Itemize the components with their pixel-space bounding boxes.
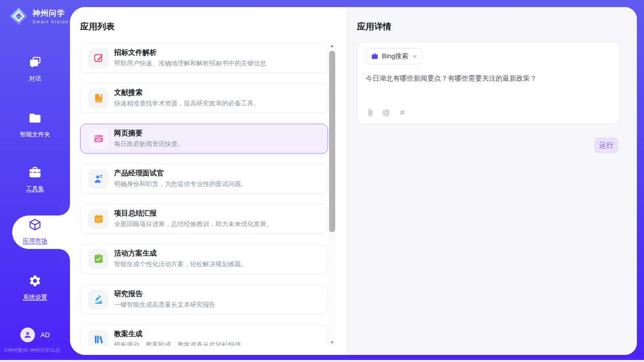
app-card-description: 帮助用户快速、准确地理解和解析招标书中的关键信息 [114, 59, 266, 68]
app-card[interactable]: 教案生成 模板驱动，教案秒成，教学准备从此轻松快捷 [80, 324, 328, 346]
pen-square-icon [88, 48, 109, 68]
sidebar-item-label: 智能文件夹 [20, 130, 50, 139]
app-card-description: 智能生成个性化活动方案，轻松解决规划难题。 [114, 260, 247, 269]
app-card[interactable]: 研究报告 一键智能生成高质量长文本研究报告 [80, 284, 328, 314]
app-detail-panel: 应用详情 Bing搜索 × 今日湖北有哪些新闻要点？有哪些需要关注的最新政策？ … [346, 7, 637, 355]
app-card[interactable]: 产品经理面试官 明确身份和职责，为您提供专业性的面试问题。 [80, 164, 328, 194]
run-button[interactable]: 运行 [594, 137, 618, 153]
sidebar-item-label: 工具集 [26, 185, 44, 193]
app-list-title: 应用列表 [80, 21, 115, 32]
toolbox-icon [28, 166, 42, 181]
app-card-title: 文献搜索 [114, 88, 260, 97]
scroll-down-button[interactable]: ▼ [329, 339, 336, 346]
browser-code-icon [88, 129, 109, 149]
user-name: AD [41, 331, 50, 339]
app-card-title: 研究报告 [114, 289, 216, 299]
main-content: 应用列表 招标文件解析 帮助用户快速、准确地理解和解析招标书中的关键信息 文献搜… [70, 7, 637, 355]
chip-close-icon[interactable]: × [413, 53, 417, 60]
app-list-scrollbar[interactable]: ▲ ▼ [329, 42, 336, 346]
sidebar-item-cube[interactable]: 应用市场 [0, 218, 70, 245]
app-card[interactable]: 招标文件解析 帮助用户快速、准确地理解和解析招标书中的关键信息 [80, 43, 328, 73]
interviewer-icon [88, 169, 109, 189]
query-text[interactable]: 今日湖北有哪些新闻要点？有哪些需要关注的最新政策？ [366, 74, 609, 84]
app-card[interactable]: 活动方案生成 智能生成个性化活动方案，轻松解决规划难题。 [80, 244, 328, 274]
sidebar-item-label: 对话 [29, 75, 41, 83]
app-card[interactable]: 项目总结汇报 全面回顾项目进展，总结经验教训，助力未来优化发展。 [80, 204, 328, 234]
app-list: 招标文件解析 帮助用户快速、准确地理解和解析招标书中的关键信息 文献搜索 快速精… [70, 42, 346, 346]
sidebar-item-folder[interactable]: 智能文件夹 [0, 112, 70, 139]
app-card-description: 快速精准查找学术资源，提高研究效率的必备工具。 [114, 99, 260, 108]
app-card-description: 全面回顾项目进展，总结经验教训，助力未来优化发展。 [114, 220, 273, 229]
folder-icon [28, 112, 42, 127]
composer-toolbar: @ # [366, 108, 407, 117]
app-detail-title: 应用详情 [357, 21, 391, 32]
brand-logo: 神州问学 Smart Vision [9, 7, 69, 26]
app-card-description: 一键智能生成高质量长文本研究报告 [114, 301, 216, 309]
at-icon[interactable]: @ [382, 108, 390, 117]
diamond-logo-icon [9, 7, 28, 26]
person-icon [23, 331, 32, 339]
hash-icon[interactable]: # [398, 108, 407, 117]
sidebar-item-label: 系统设置 [23, 293, 47, 302]
app-card-title: 活动方案生成 [114, 249, 247, 258]
cube-icon [28, 218, 42, 233]
avatar [20, 328, 35, 342]
user-row[interactable]: AD [0, 328, 70, 342]
gear-icon [28, 274, 42, 289]
query-input-card[interactable]: Bing搜索 × 今日湖北有哪些新闻要点？有哪些需要关注的最新政策？ @ # [357, 42, 620, 124]
app-list-panel: 应用列表 招标文件解析 帮助用户快速、准确地理解和解析招标书中的关键信息 文献搜… [70, 7, 346, 355]
books-icon [88, 330, 109, 346]
sidebar-item-toolbox[interactable]: 工具集 [0, 166, 70, 193]
sidebar-item-gear[interactable]: 系统设置 [0, 274, 70, 302]
app-card-title: 教案生成 [114, 330, 241, 339]
microscope-icon [88, 289, 109, 310]
app-card-description: 明确身份和职责，为您提供专业性的面试问题。 [114, 180, 247, 189]
tool-chip-bing-search[interactable]: Bing搜索 × [366, 48, 422, 64]
clipboard-check-icon [88, 249, 109, 269]
brand-name: 神州问学 [32, 9, 69, 18]
calendar-icon [88, 209, 109, 229]
paperclip-icon[interactable] [366, 108, 374, 117]
sidebar-item-chat[interactable]: 对话 [0, 56, 70, 83]
app-card-title: 项目总结汇报 [114, 209, 273, 218]
copyright-text: ©神州数码·神州问学出品 [4, 347, 60, 354]
app-card-description: 模板驱动，教案秒成，教学准备从此轻松快捷 [114, 341, 241, 346]
sidebar-item-label: 应用市场 [23, 237, 47, 245]
app-card[interactable]: 网页摘要 每日政府新闻资讯快查。 [80, 124, 328, 154]
app-card-description: 每日政府新闻资讯快查。 [114, 140, 184, 149]
briefcase-icon [371, 53, 378, 60]
scroll-up-button[interactable]: ▲ [329, 42, 336, 49]
app-card-title: 网页摘要 [114, 129, 184, 138]
app-card-title: 产品经理面试官 [114, 169, 247, 178]
tool-chip-label: Bing搜索 [382, 52, 408, 61]
app-card[interactable]: 文献搜索 快速精准查找学术资源，提高研究效率的必备工具。 [80, 83, 328, 113]
chat-icon [28, 56, 42, 71]
brand-tagline: Smart Vision [32, 19, 69, 24]
book-icon [88, 88, 109, 108]
app-card-title: 招标文件解析 [114, 48, 266, 57]
scrollbar-thumb[interactable] [329, 51, 335, 232]
